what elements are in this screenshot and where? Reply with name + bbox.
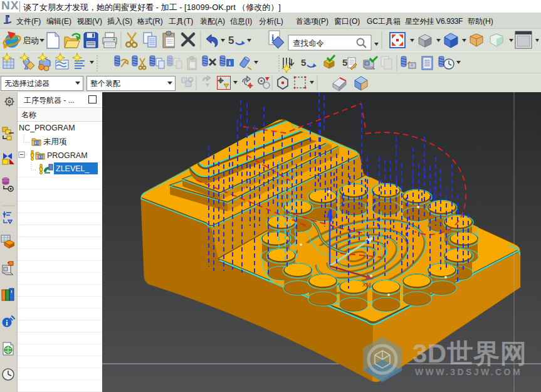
svg-text:PROGRAM: PROGRAM [47, 151, 88, 160]
svg-text:5: 5 [342, 57, 347, 68]
svg-text:启动: 启动 [23, 36, 39, 45]
svg-text:3: 3 [36, 141, 38, 146]
svg-text:WWW.3DSJW.COM: WWW.3DSJW.COM [415, 367, 522, 377]
svg-text:XM: XM [362, 282, 371, 288]
svg-text:3: 3 [39, 155, 42, 159]
svg-text:5: 5 [228, 34, 234, 46]
svg-text:3D世界网: 3D世界网 [412, 339, 527, 368]
svg-text:查找命令: 查找命令 [293, 39, 324, 48]
svg-text:ZLEVEL_: ZLEVEL_ [56, 164, 90, 173]
svg-text:i: i [229, 60, 231, 66]
svg-text:未用项: 未用项 [43, 137, 67, 146]
svg-text:5: 5 [301, 57, 306, 68]
